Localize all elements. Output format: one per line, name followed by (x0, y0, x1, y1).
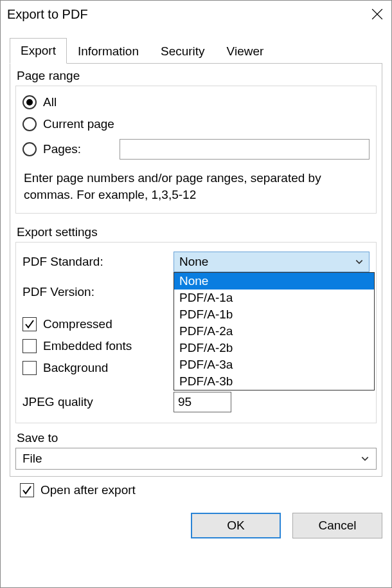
pdf-standard-dropdown: None PDF/A-1a PDF/A-1b PDF/A-2a PDF/A-2b… (174, 272, 375, 390)
checkbox-compressed[interactable] (22, 317, 37, 331)
radio-pages-label: Pages: (43, 142, 81, 156)
dialog-title: Export to PDF (7, 7, 88, 22)
pdf-standard-select[interactable]: None (174, 252, 370, 272)
tab-security[interactable]: Security (150, 39, 216, 64)
pdf-standard-label: PDF Standard: (22, 255, 174, 269)
tab-viewer[interactable]: Viewer (216, 39, 275, 64)
check-icon (22, 485, 32, 495)
pdf-standard-option[interactable]: PDF/A-2b (174, 340, 374, 356)
page-range-group: All Current page Pages: Enter page numbe… (15, 86, 377, 214)
check-icon (24, 319, 35, 329)
save-to-select[interactable]: File (15, 448, 377, 470)
tab-bar: Export Information Security Viewer (10, 38, 382, 64)
radio-all-label: All (43, 95, 57, 109)
radio-pages[interactable] (22, 142, 37, 156)
pdf-standard-value: None (179, 255, 208, 269)
pdf-standard-option[interactable]: PDF/A-2a (174, 323, 374, 340)
checkbox-background[interactable] (22, 361, 37, 375)
close-icon (371, 8, 383, 20)
pdf-standard-option[interactable]: PDF/A-3a (174, 356, 374, 373)
checkbox-embedded-fonts-label: Embedded fonts (43, 339, 132, 353)
save-to-label: Save to (10, 430, 382, 448)
pages-input[interactable] (120, 139, 370, 160)
jpeg-quality-label: JPEG quality (22, 395, 174, 409)
ok-button[interactable]: OK (191, 513, 281, 538)
checkbox-open-after-export-label: Open after export (40, 483, 136, 497)
tab-export[interactable]: Export (10, 38, 67, 64)
pdf-standard-option[interactable]: None (174, 273, 374, 289)
export-settings-group-label: Export settings (10, 220, 382, 242)
pdf-version-label: PDF Version: (22, 285, 174, 299)
tab-information[interactable]: Information (67, 39, 150, 64)
export-settings-group: PDF Standard: None None PDF/A-1a PDF/A-1… (15, 242, 377, 423)
page-range-hint: Enter page numbers and/or page ranges, s… (22, 163, 370, 207)
chevron-down-icon (355, 257, 364, 266)
radio-all[interactable] (22, 95, 37, 109)
tab-panel-export: Page range All Current page Pages: Enter… (10, 63, 382, 477)
pdf-standard-option[interactable]: PDF/A-1b (174, 306, 374, 323)
checkbox-embedded-fonts[interactable] (22, 339, 37, 353)
cancel-button[interactable]: Cancel (292, 513, 382, 538)
page-range-group-label: Page range (10, 64, 382, 86)
checkbox-background-label: Background (43, 361, 108, 375)
chevron-down-icon (361, 454, 370, 463)
pdf-standard-option[interactable]: PDF/A-3b (174, 373, 374, 390)
close-button[interactable] (370, 6, 385, 22)
checkbox-open-after-export[interactable] (20, 483, 34, 497)
radio-current-page[interactable] (22, 117, 37, 131)
checkbox-compressed-label: Compressed (43, 317, 112, 331)
jpeg-quality-input[interactable] (174, 392, 231, 412)
radio-current-page-label: Current page (43, 117, 114, 131)
pdf-standard-option[interactable]: PDF/A-1a (174, 289, 374, 306)
save-to-value: File (22, 452, 42, 466)
